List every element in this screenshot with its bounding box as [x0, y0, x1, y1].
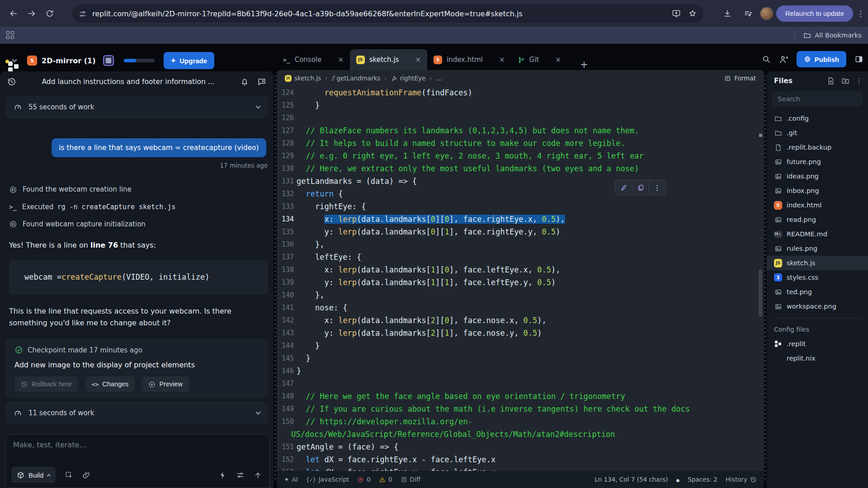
file-item[interactable]: .git	[767, 126, 868, 140]
attach-icon[interactable]	[82, 471, 91, 479]
copy-to-chat-icon[interactable]	[632, 180, 649, 195]
code-line[interactable]: 130 // Here, we extract only the most us…	[277, 162, 756, 175]
cursor-position[interactable]: Ln 134, Col 7 (54 chars)	[594, 476, 668, 483]
media-controls-icon[interactable]	[739, 5, 757, 23]
code-line[interactable]: 128 // It helps to build a named structu…	[277, 137, 756, 150]
code-line[interactable]: 126	[277, 112, 756, 124]
files-menu-icon[interactable]: ⋮	[856, 77, 863, 85]
editor-scrollbar[interactable]	[758, 86, 763, 471]
layout-toggle-icon[interactable]	[854, 55, 863, 64]
status-javascript[interactable]: {✓}JavaScript	[306, 476, 349, 483]
new-chat-icon[interactable]	[257, 77, 266, 87]
pane-resize-handle[interactable]	[274, 75, 276, 482]
file-item[interactable]: .replit.backup	[767, 140, 868, 155]
notifications-bell-icon[interactable]	[240, 77, 249, 87]
avatar[interactable]	[760, 7, 774, 20]
config-file-item[interactable]: replit.nix	[767, 351, 868, 366]
new-folder-icon[interactable]	[841, 77, 849, 85]
config-file-item[interactable]: .replit	[767, 337, 868, 351]
code-line[interactable]: 152 let dX = face.rightEye.x - face.left…	[277, 453, 756, 466]
reload-icon[interactable]	[41, 5, 59, 23]
upgrade-button[interactable]: ✦ Upgrade	[164, 52, 215, 69]
file-item[interactable]: M↓README.md	[767, 227, 868, 241]
back-icon[interactable]	[5, 5, 23, 23]
workspace-menu-chevron-icon[interactable]	[12, 57, 17, 62]
relaunch-button[interactable]: Relaunch to update	[776, 5, 853, 22]
settings-sliders-icon[interactable]	[236, 471, 245, 479]
pane-resize-handle[interactable]	[764, 75, 766, 482]
code-line[interactable]: 137 leftEye: {	[277, 251, 756, 263]
apps-grid-icon[interactable]	[6, 31, 14, 39]
new-file-icon[interactable]	[827, 77, 835, 85]
bookmark-star-icon[interactable]	[688, 9, 697, 19]
file-item[interactable]: .config	[767, 111, 868, 126]
install-icon[interactable]	[672, 9, 681, 19]
tab-close-icon[interactable]: ×	[338, 56, 344, 64]
status-0[interactable]: 0	[379, 476, 392, 483]
file-search-input[interactable]: Search	[772, 91, 863, 107]
file-item[interactable]: read.png	[767, 212, 868, 227]
file-item[interactable]: workspace.png	[767, 299, 868, 314]
code-line[interactable]: 133 rightEye: {	[277, 200, 756, 213]
tab-sketch-js[interactable]: JSsketch.js×	[350, 49, 427, 70]
file-item[interactable]: future.png	[767, 155, 868, 169]
code-line[interactable]: 131getLandmarks = (data) => {	[277, 175, 756, 188]
url-bar[interactable]: replit.com/@alfkeih/2D-mirror-1?replId=8…	[72, 5, 703, 23]
download-icon[interactable]	[718, 5, 736, 23]
code-line[interactable]: 139 y: lerp(data.landmarks[1][1], face.l…	[277, 276, 756, 289]
history-button[interactable]: History	[726, 476, 757, 483]
tab-close-icon[interactable]: ×	[555, 56, 561, 64]
scrollbar-thumb[interactable]	[759, 269, 762, 317]
prompt-input[interactable]: Make, test, iterate...	[13, 441, 262, 449]
changes-button[interactable]: <>Changes	[85, 376, 135, 392]
code-line[interactable]: 127 // BlazeFace numbers its landmarks (…	[277, 124, 756, 137]
code-line[interactable]: 134 x: lerp(data.landmarks[0][0], face.r…	[277, 213, 756, 225]
url-text[interactable]: replit.com/@alfkeih/2D-mirror-1?replId=8…	[92, 9, 672, 18]
code-line[interactable]: 135 y: lerp(data.landmarks[0][1], face.r…	[277, 225, 756, 238]
code-line[interactable]: 150 // https://developer.mozilla.org/en-	[277, 415, 756, 428]
code-line[interactable]: 125 }	[277, 99, 756, 112]
build-mode-button[interactable]: Build	[11, 467, 56, 483]
code-line[interactable]: 146}	[277, 365, 756, 377]
code-line[interactable]: 136 },	[277, 238, 756, 251]
file-item[interactable]: 3styles.css	[767, 270, 868, 285]
project-name[interactable]: 2D-mirror (1)	[42, 56, 96, 65]
rollback-here-button[interactable]: Rollback here	[14, 376, 78, 392]
indentation-setting[interactable]: Spaces: 2	[688, 476, 717, 483]
code-line[interactable]: 124 requestAnimationFrame(findFaces)	[277, 86, 756, 99]
browser-menu-icon[interactable]: ⋮	[857, 9, 864, 18]
prompt-composer[interactable]: Make, test, iterate... Build	[5, 434, 270, 488]
code-line[interactable]: 141 nose: {	[277, 301, 756, 314]
file-item[interactable]: rules.png	[767, 241, 868, 256]
code-line[interactable]: 151getAngle = (face) => {	[277, 441, 756, 453]
breadcrumb-item[interactable]: fgetLandmarks	[331, 75, 380, 82]
tab-index-html[interactable]: 5index.html×	[427, 49, 511, 70]
select-element-icon[interactable]	[65, 471, 73, 479]
work-summary-bottom[interactable]: 11 seconds of work	[5, 402, 268, 424]
file-item[interactable]: ted.png	[767, 285, 868, 299]
status-0[interactable]: 0	[357, 476, 371, 483]
code-line[interactable]: 142 x: lerp(data.landmarks[2][0], face.n…	[277, 314, 756, 327]
chat-title[interactable]: Add launch instructions and footer infor…	[16, 78, 240, 86]
code-area[interactable]: 124 requestAnimationFrame(findFaces)125 …	[277, 86, 756, 471]
tab-close-icon[interactable]: ×	[415, 56, 421, 64]
code-line[interactable]: 153 let dY = face.rightEye.y - face.left…	[277, 466, 756, 471]
code-line[interactable]: 149 // If you are curious about the math…	[277, 403, 756, 415]
breadcrumb-item[interactable]: ...	[436, 75, 442, 82]
code-line[interactable]: 138 x: lerp(data.landmarks[1][0], face.l…	[277, 263, 756, 276]
code-line[interactable]: 132 return {	[277, 188, 756, 200]
code-line[interactable]: 148 // Here we get the face angle based …	[277, 390, 756, 403]
quick-actions-icon[interactable]	[218, 471, 227, 479]
tab-git[interactable]: Git×	[511, 49, 567, 70]
code-line[interactable]: 129 // e.g. 0 right eye, 1 left eye, 2 n…	[277, 150, 756, 162]
file-item[interactable]: inbox.png	[767, 183, 868, 198]
preview-button[interactable]: Preview	[142, 376, 189, 392]
ai-edit-icon[interactable]	[615, 180, 632, 195]
more-options-icon[interactable]: ⋮	[649, 180, 665, 195]
file-item[interactable]: JSsketch.js	[767, 256, 868, 270]
status-diff[interactable]: Diff	[401, 476, 420, 483]
history-icon[interactable]	[7, 77, 16, 87]
app-icon[interactable]	[103, 55, 114, 66]
file-item[interactable]: ideas.png	[767, 169, 868, 183]
publish-button[interactable]: Publish	[797, 51, 846, 67]
